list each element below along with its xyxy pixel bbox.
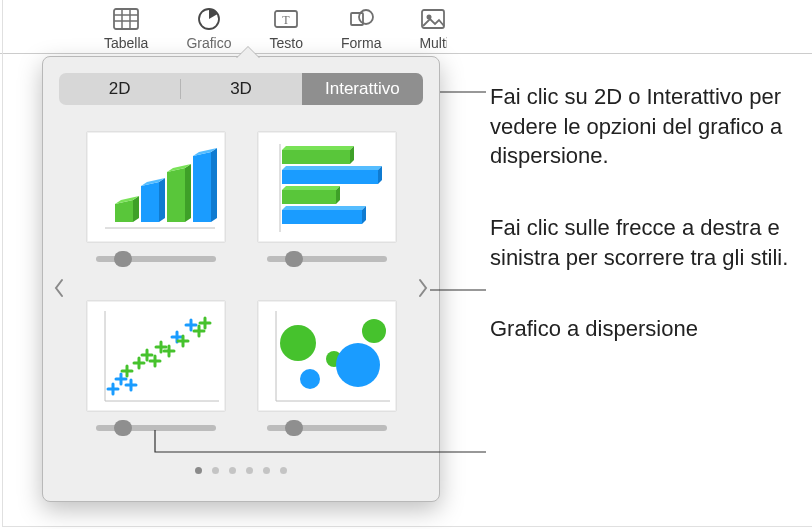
chart-type-segmented: 2D 3D Interattivo	[59, 73, 423, 105]
svg-rect-10	[422, 10, 444, 28]
toolbar-media[interactable]: Multi	[415, 4, 447, 53]
horizontal-bar-thumb	[257, 131, 397, 243]
svg-point-46	[280, 325, 316, 361]
vertical-bar-thumb	[86, 131, 226, 243]
toolbar-shape-label: Forma	[341, 35, 381, 51]
annotations: Fai clic su 2D o Interattivo per vedere …	[490, 56, 800, 386]
toolbar-table[interactable]: Tabella	[100, 4, 152, 53]
thumb-slider[interactable]	[267, 420, 387, 436]
toolbar: Tabella Grafico T Testo Forma Multi	[0, 0, 812, 54]
page-dot[interactable]	[263, 467, 270, 474]
annotation-tabs: Fai clic su 2D o Interattivo per vedere …	[490, 82, 800, 171]
thumb-slider[interactable]	[96, 420, 216, 436]
annotation-arrows: Fai clic sulle frecce a destra e sinistr…	[490, 213, 800, 272]
tab-2d[interactable]: 2D	[59, 73, 180, 105]
toolbar-text-label: Testo	[270, 35, 303, 51]
pie-chart-icon	[195, 6, 223, 35]
bubble-thumb	[257, 300, 397, 412]
svg-rect-0	[114, 9, 138, 29]
page-dot[interactable]	[246, 467, 253, 474]
gallery-next-arrow[interactable]	[413, 270, 433, 306]
svg-point-47	[300, 369, 320, 389]
chart-option-vertical-bar[interactable]	[83, 123, 228, 274]
toolbar-chart-label: Grafico	[186, 35, 231, 51]
gallery-prev-arrow[interactable]	[49, 270, 69, 306]
thumb-slider[interactable]	[267, 251, 387, 267]
svg-point-9	[359, 10, 373, 24]
toolbar-text[interactable]: T Testo	[266, 4, 307, 53]
page-dot[interactable]	[195, 467, 202, 474]
page-dots	[43, 467, 439, 474]
svg-point-50	[362, 319, 386, 343]
chart-popover: 2D 3D Interattivo	[42, 56, 440, 502]
toolbar-table-label: Tabella	[104, 35, 148, 51]
textbox-icon: T	[272, 6, 300, 35]
tab-interactive[interactable]: Interattivo	[302, 73, 423, 105]
page-dot[interactable]	[212, 467, 219, 474]
chart-option-horizontal-bar[interactable]	[254, 123, 399, 274]
svg-point-49	[336, 343, 380, 387]
annotation-scatter: Grafico a dispersione	[490, 314, 800, 344]
chart-option-scatter[interactable]	[83, 292, 228, 443]
svg-text:T: T	[283, 13, 291, 27]
thumb-slider[interactable]	[96, 251, 216, 267]
chart-option-bubble[interactable]	[254, 292, 399, 443]
toolbar-shape[interactable]: Forma	[337, 4, 385, 53]
shape-icon	[347, 6, 375, 35]
scatter-thumb	[86, 300, 226, 412]
tab-3d[interactable]: 3D	[180, 73, 301, 105]
page-dot[interactable]	[280, 467, 287, 474]
toolbar-chart[interactable]: Grafico	[182, 4, 235, 53]
page-dot[interactable]	[229, 467, 236, 474]
media-icon	[419, 6, 447, 35]
table-icon	[112, 6, 140, 35]
toolbar-media-label: Multi	[419, 35, 447, 51]
chart-gallery	[43, 113, 439, 463]
